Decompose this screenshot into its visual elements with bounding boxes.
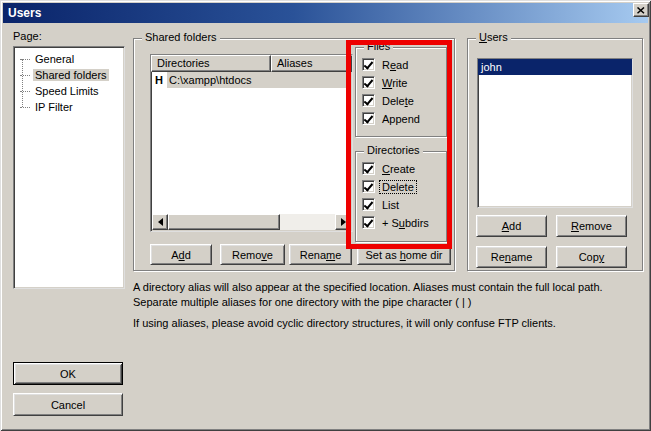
close-button[interactable] — [633, 3, 649, 17]
checkbox-checked-icon — [362, 112, 375, 125]
tree-item-shared-folders[interactable]: Shared folders — [14, 67, 124, 83]
create-checkbox[interactable]: Create — [362, 162, 431, 175]
read-checkbox[interactable]: Read — [362, 58, 422, 71]
notes: A directory alias will also appear at th… — [133, 280, 639, 331]
append-checkbox[interactable]: Append — [362, 112, 422, 125]
label-part: y — [599, 251, 605, 263]
label-part: d — [185, 249, 191, 261]
tree-item-general[interactable]: General — [14, 51, 124, 67]
directory-cell: C:\xampp\htdocs — [167, 72, 352, 88]
page-tree: General Shared folders Speed Limits IP F… — [14, 47, 124, 115]
label-part: dd — [509, 220, 521, 232]
users-listbox: john — [477, 58, 633, 208]
user-add-button[interactable]: Add — [476, 215, 547, 237]
label-part: R — [571, 220, 579, 232]
horizontal-scrollbar[interactable] — [152, 214, 351, 230]
user-remove-button[interactable]: Remove — [556, 215, 627, 237]
tree-connector — [20, 91, 30, 92]
titlebar[interactable]: Users — [3, 3, 648, 23]
shared-add-button[interactable]: Add — [150, 244, 212, 265]
checkbox-checked-icon — [362, 180, 375, 193]
listview-header: Directories Aliases — [151, 55, 352, 72]
label-part: e — [335, 249, 341, 261]
cyclic-note: If using aliases, please avoid cyclic di… — [133, 316, 639, 331]
checkbox-checked-icon — [362, 216, 375, 229]
label-part: emove — [579, 220, 612, 232]
tree-connector — [20, 107, 30, 108]
checkbox-label: Delete — [380, 95, 416, 107]
shared-folders-group-label: Shared folders — [142, 31, 220, 43]
page-label: Page: — [13, 30, 42, 42]
label-part: Remo — [232, 249, 261, 261]
alias-note: A directory alias will also appear at th… — [133, 280, 639, 310]
label-part: ome dir — [406, 249, 443, 261]
scroll-left-icon — [158, 218, 163, 226]
file-delete-checkbox[interactable]: Delete — [362, 94, 422, 107]
directories-checkbox-list: Create Delete List + Subdirs — [362, 162, 431, 229]
scroll-right-button[interactable] — [335, 214, 351, 230]
window-title: Users — [8, 6, 41, 20]
checkbox-label: Create — [380, 163, 417, 175]
files-group-label: Files — [364, 40, 393, 52]
column-header-aliases[interactable]: Aliases — [271, 55, 352, 72]
user-rename-button[interactable]: Rename — [476, 246, 547, 268]
checkbox-label: Delete — [380, 181, 416, 193]
tree-connector — [20, 59, 30, 60]
users-group-label: Users — [476, 31, 511, 43]
user-copy-button[interactable]: Copy — [556, 246, 627, 268]
tree-item-label: IP Filter — [33, 101, 75, 113]
set-as-home-dir-button[interactable]: Set as home dir — [357, 244, 451, 265]
subdirs-checkbox[interactable]: + Subdirs — [362, 216, 431, 229]
label-part: m — [326, 249, 335, 261]
shared-rename-button[interactable]: Rename — [289, 244, 352, 265]
checkbox-checked-icon — [362, 76, 375, 89]
label-part: Rena — [300, 249, 326, 261]
scrollbar-thumb[interactable] — [168, 214, 280, 230]
dir-delete-checkbox[interactable]: Delete — [362, 180, 431, 193]
checkbox-label: Read — [380, 59, 410, 71]
directories-listview: Directories Aliases H C:\xampp\htdocs — [150, 54, 353, 232]
tree-item-ip-filter[interactable]: IP Filter — [14, 99, 124, 115]
label-part: ame — [511, 251, 532, 263]
directories-group-label: Directories — [364, 144, 423, 156]
scroll-right-icon — [341, 218, 346, 226]
tree-item-label: General — [33, 53, 76, 65]
checkbox-checked-icon — [362, 58, 375, 71]
label-part: Cop — [579, 251, 599, 263]
checkbox-checked-icon — [362, 94, 375, 107]
column-header-directories[interactable]: Directories — [151, 55, 271, 72]
label-part: A — [171, 249, 178, 261]
shared-remove-button[interactable]: Remove — [220, 244, 285, 265]
label-part: e — [267, 249, 273, 261]
files-checkbox-list: Read Write Delete Append — [362, 58, 422, 125]
list-checkbox[interactable]: List — [362, 198, 431, 211]
checkbox-label: Write — [380, 77, 409, 89]
label-part: Re — [491, 251, 505, 263]
tree-item-speed-limits[interactable]: Speed Limits — [14, 83, 124, 99]
checkbox-label: + Subdirs — [380, 217, 431, 229]
tree-connector — [20, 75, 30, 76]
checkbox-label: List — [380, 199, 401, 211]
table-row[interactable]: H C:\xampp\htdocs — [151, 72, 352, 88]
cancel-button[interactable]: Cancel — [13, 393, 123, 416]
checkbox-label: Append — [380, 113, 422, 125]
users-dialog: Users Page: General Shared folders Speed… — [0, 0, 651, 431]
ok-button[interactable]: OK — [13, 362, 123, 385]
tree-item-label: Speed Limits — [33, 85, 101, 97]
write-checkbox[interactable]: Write — [362, 76, 422, 89]
checkbox-checked-icon — [362, 198, 375, 211]
label-part: Set as — [365, 249, 399, 261]
page-listbox: General Shared folders Speed Limits IP F… — [13, 46, 125, 289]
scroll-left-button[interactable] — [152, 214, 168, 230]
checkbox-checked-icon — [362, 162, 375, 175]
user-list-item[interactable]: john — [478, 59, 632, 75]
tree-item-label: Shared folders — [33, 69, 109, 81]
label-part: A — [502, 220, 509, 232]
home-marker: H — [151, 72, 167, 88]
close-icon — [637, 7, 645, 14]
scrollbar-track[interactable] — [280, 214, 335, 230]
